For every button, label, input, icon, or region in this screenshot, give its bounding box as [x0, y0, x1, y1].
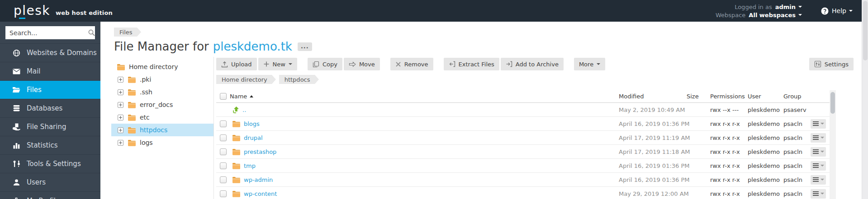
expand-plus-icon[interactable]: [118, 140, 123, 146]
file-link[interactable]: ..: [242, 106, 246, 113]
cell-group: psacln: [783, 176, 811, 183]
sidebar-item-databases[interactable]: Databases: [0, 99, 100, 117]
row-checkbox[interactable]: [220, 120, 227, 127]
tree-item-error-docs[interactable]: error_docs: [111, 98, 213, 111]
chevron-down-icon: [821, 165, 824, 167]
settings-button[interactable]: Settings: [809, 58, 854, 70]
tree-item-httpdocs[interactable]: httpdocs: [111, 124, 213, 136]
title-more-button[interactable]: ...: [298, 42, 312, 51]
up-level-icon: [232, 106, 239, 113]
row-checkbox[interactable]: [220, 190, 227, 197]
sidebar-item-users[interactable]: Users: [0, 173, 100, 191]
select-all-checkbox[interactable]: [220, 93, 227, 100]
chevron-down-icon: [798, 6, 802, 8]
plesk-logo[interactable]: plesk web host edition: [14, 5, 113, 17]
row-menu-button[interactable]: [811, 189, 826, 199]
tree-item-ssh[interactable]: .ssh: [111, 86, 213, 98]
column-header-modified[interactable]: Modified: [619, 93, 687, 100]
row-checkbox[interactable]: [220, 162, 227, 169]
folder-icon: [117, 64, 125, 70]
sidebar-item-file-sharing[interactable]: File Sharing: [0, 117, 100, 136]
path-segment-home-directory[interactable]: Home directory: [216, 75, 272, 84]
remove-label: Remove: [404, 61, 428, 68]
row-menu-button[interactable]: [811, 133, 826, 143]
table-scrollbar[interactable]: [830, 90, 836, 199]
table-header: Name Modified Size Permissions User Grou…: [216, 90, 830, 103]
sidebar-item-mail[interactable]: Mail: [0, 62, 100, 80]
webspace-menu[interactable]: All webspaces: [749, 12, 802, 19]
add-to-archive-button[interactable]: Add to Archive: [501, 58, 564, 70]
domain-link[interactable]: pleskdemo.tk: [213, 40, 292, 53]
mail-icon: [12, 69, 21, 74]
browser-scrollbar[interactable]: [862, 0, 868, 199]
tools-icon: [12, 160, 21, 167]
webspace-value: All webspaces: [749, 12, 796, 19]
expand-plus-icon[interactable]: [118, 115, 123, 120]
table-scrollbar-thumb[interactable]: [830, 92, 835, 114]
column-header-user[interactable]: User: [748, 93, 783, 100]
cell-user: pleskdemo: [748, 176, 783, 183]
x-icon: [395, 61, 401, 67]
sidebar-item-tools-settings[interactable]: Tools & Settings: [0, 154, 100, 173]
file-link[interactable]: wp-admin: [244, 176, 273, 183]
row-menu-button[interactable]: [811, 147, 826, 157]
tree-item-pki[interactable]: .pki: [111, 73, 213, 86]
panel-divider: [213, 57, 214, 199]
file-link[interactable]: wp-content: [244, 190, 277, 197]
row-menu-button[interactable]: [811, 119, 826, 129]
row-checkbox[interactable]: [220, 134, 227, 141]
expand-plus-icon[interactable]: [118, 127, 123, 133]
upload-button[interactable]: Upload: [216, 58, 257, 70]
remove-button[interactable]: Remove: [390, 58, 433, 70]
folder-icon: [232, 190, 241, 197]
chevron-down-icon: [849, 10, 853, 12]
column-header-group[interactable]: Group: [783, 93, 811, 100]
sidebar-item-my-profile[interactable]: My Profile: [0, 191, 100, 199]
user-menu[interactable]: admin: [775, 4, 802, 10]
copy-button[interactable]: Copy: [308, 58, 342, 70]
sidebar-item-websites-domains[interactable]: Websites & Domains: [0, 43, 100, 62]
file-link[interactable]: blogs: [244, 120, 260, 127]
cell-permissions: rwx r-x r-x: [710, 190, 748, 197]
row-menu-button[interactable]: [811, 175, 826, 185]
file-link[interactable]: tmp: [244, 162, 256, 169]
tree-item-label: .pki: [140, 76, 151, 83]
cell-permissions: rwx --x ---: [710, 106, 748, 113]
search-icon[interactable]: [88, 29, 95, 36]
plesk-logo-text: plesk: [14, 5, 50, 17]
new-button[interactable]: New: [258, 58, 297, 70]
tree-item-etc[interactable]: etc: [111, 111, 213, 124]
move-button[interactable]: Move: [344, 58, 380, 70]
row-checkbox[interactable]: [220, 176, 227, 183]
file-link[interactable]: drupal: [244, 134, 263, 141]
row-menu-button[interactable]: [811, 161, 826, 171]
sidebar-item-statistics[interactable]: Statistics: [0, 136, 100, 154]
cell-modified: May 29, 2019 12:00 AM: [619, 190, 687, 197]
extract-files-label: Extract Files: [459, 61, 494, 68]
tree-item-logs[interactable]: logs: [111, 136, 213, 149]
column-header-permissions[interactable]: Permissions: [710, 93, 748, 100]
browser-scrollbar-thumb[interactable]: [863, 1, 868, 60]
expand-plus-icon[interactable]: [118, 89, 123, 95]
cell-user: pleskdemo: [748, 162, 783, 169]
sidebar-item-files[interactable]: Files: [0, 80, 100, 99]
expand-plus-icon[interactable]: [118, 77, 123, 83]
main-content: Files File Manager for pleskdemo.tk ... …: [100, 22, 868, 199]
more-button[interactable]: More: [574, 58, 605, 70]
path-breadcrumb: Home directory httpdocs: [216, 75, 322, 84]
search-input[interactable]: [9, 29, 88, 37]
upload-label: Upload: [231, 61, 252, 68]
help-menu[interactable]: Help: [821, 7, 853, 15]
chevron-down-icon: [289, 63, 292, 65]
tree-item-home-directory[interactable]: Home directory: [111, 60, 213, 73]
tree-item-label: error_docs: [140, 101, 173, 108]
breadcrumb-files[interactable]: Files: [114, 28, 137, 37]
column-header-size[interactable]: Size: [687, 93, 710, 100]
row-checkbox[interactable]: [220, 148, 227, 155]
expand-plus-icon[interactable]: [118, 102, 123, 108]
column-header-name[interactable]: Name: [230, 93, 619, 100]
cell-group: psacln: [783, 120, 811, 127]
path-segment-httpdocs[interactable]: httpdocs: [279, 75, 315, 84]
extract-files-button[interactable]: Extract Files: [444, 58, 499, 70]
file-link[interactable]: prestashop: [244, 148, 276, 155]
